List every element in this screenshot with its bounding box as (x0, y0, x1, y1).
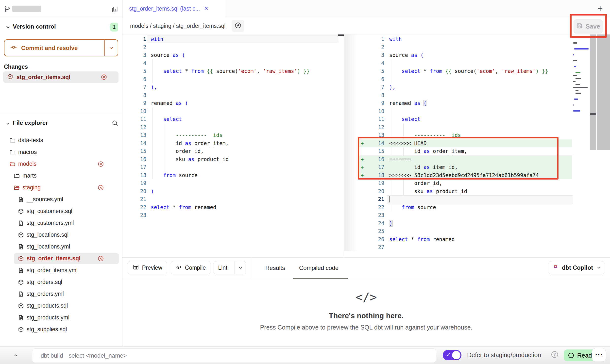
file-explorer-item-stg-order-items-yml[interactable]: stg_order_items.yml (0, 265, 122, 276)
file-explorer-item-stg-orders-sql[interactable]: stg_orders.sql (0, 276, 122, 288)
code-line[interactable]: 17 (122, 163, 344, 171)
code-line[interactable]: 21 (122, 195, 344, 203)
file-explorer-item-stg-products-sql[interactable]: stg_products.sql (0, 300, 122, 312)
code-line[interactable]: 23 (122, 211, 344, 219)
code-line[interactable]: 1with (122, 35, 344, 43)
compile-button[interactable]: Compile (171, 261, 210, 274)
command-input[interactable] (32, 348, 436, 363)
file-explorer-item-data-tests[interactable]: data-tests (0, 134, 122, 146)
code-line[interactable]: 3source as ( (344, 51, 610, 59)
commit-and-resolve-main[interactable]: Commit and resolve (4, 40, 104, 56)
code-line[interactable]: 6 (344, 75, 610, 83)
file-explorer-item-marts[interactable]: marts (0, 170, 122, 182)
code-line[interactable]: 25 (344, 227, 610, 235)
chevron-down-icon[interactable] (5, 24, 11, 30)
changed-file-row[interactable]: stg_order_items.sql (3, 71, 119, 83)
code-line[interactable]: 19 (122, 179, 344, 187)
code-line[interactable]: 15 order_id, (122, 147, 344, 155)
defer-toggle[interactable]: ✓ (443, 350, 461, 360)
file-explorer-item-stg-locations-yml[interactable]: stg_locations.yml (0, 241, 122, 253)
discard-change-icon[interactable] (98, 184, 104, 192)
code-line[interactable]: 26select * from renamed (344, 235, 610, 244)
search-icon[interactable] (111, 119, 119, 127)
close-icon[interactable] (203, 6, 209, 12)
code-line[interactable]: 5 select * from {{ source('ecom', 'raw_i… (344, 67, 610, 75)
file-explorer-item-stg-orders-yml[interactable]: stg_orders.yml (0, 288, 122, 300)
code-line[interactable]: 24) (344, 219, 610, 228)
code-line[interactable]: 2 (344, 43, 610, 51)
lint-split-button[interactable]: Lint (214, 261, 246, 274)
help-icon[interactable]: ? (551, 351, 558, 358)
editor-scrollbar-thumb[interactable] (590, 113, 596, 115)
dbt-copilot-button[interactable]: dbt Copilot (549, 261, 604, 274)
copy-files-icon[interactable] (111, 6, 118, 13)
file-explorer-item-stg-customers-yml[interactable]: stg_customers.yml (0, 217, 122, 229)
lint-label[interactable]: Lint (214, 265, 232, 271)
file-explorer-item-macros[interactable]: macros (0, 146, 122, 158)
code-line[interactable]: 27 (344, 243, 610, 251)
code-line[interactable]: 3source as ( (122, 51, 344, 59)
code-line[interactable]: 7), (344, 83, 610, 91)
code-line[interactable]: 10 (344, 107, 610, 116)
minimap[interactable] (573, 36, 590, 118)
new-tab-button[interactable]: + (595, 3, 606, 14)
code-line[interactable]: 8 (344, 91, 610, 99)
code-line[interactable]: 4 (122, 59, 344, 67)
tab-results[interactable]: Results (265, 265, 285, 271)
file-label: stg_orders.sql (27, 279, 62, 285)
discard-change-icon[interactable] (101, 74, 103, 81)
file-explorer-item-models[interactable]: models (0, 158, 122, 170)
code-line[interactable]: 10 (122, 107, 344, 116)
file-explorer-item-stg-products-yml[interactable]: stg_products.yml (0, 312, 122, 324)
file-explorer-item--sources-yml[interactable]: __sources.yml (0, 194, 122, 205)
file-label: models (18, 161, 36, 167)
more-options-button[interactable]: ⋯ (592, 348, 606, 362)
line-number: 3 (122, 51, 146, 59)
code-line[interactable]: 4 (344, 59, 610, 67)
code-line[interactable]: 6 (122, 75, 344, 83)
code-line[interactable]: 20 sku as product_id (344, 187, 610, 196)
code-line[interactable]: 13 ---------- ids (122, 131, 344, 139)
code-line[interactable]: 16 sku as product_id (122, 155, 344, 164)
discard-change-icon[interactable] (98, 255, 104, 263)
window-scrollbar[interactable] (597, 34, 610, 150)
code-line[interactable]: 7), (122, 83, 344, 91)
code-line[interactable]: 8 (122, 91, 344, 99)
code-line[interactable]: 12 (122, 123, 344, 132)
lineage-button[interactable] (232, 20, 244, 32)
tab-stg-order-items[interactable]: stg_order_items.sql (last c... (123, 0, 225, 17)
code-line[interactable]: 22select * from renamed (122, 203, 344, 212)
chevron-down-icon[interactable] (5, 121, 11, 127)
code-line[interactable]: 11 select (122, 115, 344, 123)
editor-scrollbar-track[interactable] (590, 34, 596, 150)
code-line[interactable]: 14 id as order_item, (122, 139, 344, 148)
code-line[interactable]: 12 (344, 123, 610, 132)
code-line[interactable]: 23 (344, 211, 610, 219)
code-line[interactable]: 9renamed as ( (122, 99, 344, 107)
code-line[interactable]: 21 (344, 195, 610, 203)
commit-options-dropdown[interactable] (104, 40, 118, 56)
file-explorer-item-staging[interactable]: staging (0, 182, 122, 194)
code-line[interactable]: 18 from source (122, 171, 344, 180)
file-explorer-item-stg-customers-sql[interactable]: stg_customers.sql (0, 205, 122, 217)
editor-pane-left[interactable]: 1with23source as (45 select * from {{ so… (122, 35, 344, 219)
code-line[interactable]: 2 (122, 43, 344, 51)
file-label: stg_order_items.yml (27, 267, 78, 274)
file-explorer-item-stg-order-items-sql[interactable]: stg_order_items.sql (0, 253, 122, 265)
code-line[interactable]: 5 select * from {{ source('ecom', 'raw_i… (122, 67, 344, 75)
code-line[interactable]: 9renamed as ( (344, 99, 610, 107)
code-line[interactable]: 11 select (344, 115, 610, 123)
left-pane-scrollbar-thumb[interactable] (338, 34, 344, 36)
file-explorer-item-stg-supplies-sql[interactable]: stg_supplies.sql (0, 324, 122, 335)
lint-dropdown[interactable] (235, 261, 246, 274)
git-branch-icon[interactable] (4, 6, 10, 12)
preview-button[interactable]: Preview (128, 261, 167, 274)
file-explorer-item-stg-locations-sql[interactable]: stg_locations.sql (0, 229, 122, 241)
code-line[interactable]: 20) (122, 187, 344, 196)
code-line[interactable]: 19 order_id, (344, 179, 610, 187)
tab-compiled-code[interactable]: Compiled code (299, 265, 339, 271)
discard-change-icon[interactable] (98, 161, 104, 168)
chevron-up-icon[interactable] (11, 351, 20, 360)
commit-and-resolve-button[interactable]: Commit and resolve (4, 39, 118, 56)
code-line[interactable]: 22 from source (344, 203, 610, 212)
